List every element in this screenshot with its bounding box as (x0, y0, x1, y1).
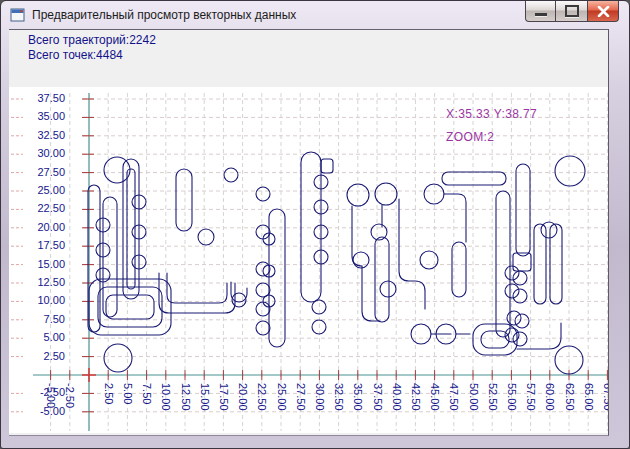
caption-buttons (525, 1, 619, 22)
y-axis-label: 27.50 (9, 167, 65, 178)
window-titlebar[interactable]: Предварительный просмотр векторных данны… (1, 1, 629, 29)
x-axis-label: 30.00 (314, 383, 325, 411)
trace-circle (505, 266, 519, 280)
close-icon (597, 6, 610, 17)
x-axis-label: 50.00 (468, 383, 479, 411)
x-axis-label: 25.00 (276, 383, 287, 411)
app-window: Предварительный просмотр векторных данны… (0, 0, 630, 449)
x-axis-label: 12.50 (180, 383, 191, 411)
trace-outline (269, 209, 285, 347)
window-title: Предварительный просмотр векторных данны… (32, 8, 296, 22)
maximize-icon (565, 5, 579, 17)
y-axis-label: 15.00 (9, 259, 65, 270)
zoom-level: ZOOM:2 (446, 130, 494, 144)
x-axis-label: 60.00 (544, 383, 555, 411)
trace-outline (301, 152, 321, 302)
x-axis-label: 40.00 (391, 383, 402, 411)
x-axis-label: 65.00 (583, 383, 594, 411)
trace-circle (411, 324, 431, 344)
x-axis-label: 55.00 (506, 383, 517, 411)
trajectory-count: Всего траекторий:2242 (28, 33, 156, 47)
trace-circle (256, 302, 270, 316)
trace-circle (104, 344, 132, 372)
vector-canvas[interactable] (9, 87, 608, 433)
x-axis-label: 2.50 (103, 383, 114, 404)
y-axis-label: 7.50 (9, 314, 65, 325)
x-axis-label: 35.00 (352, 383, 363, 411)
x-axis-label: 47.50 (448, 383, 459, 411)
x-axis-label: 17.50 (218, 383, 229, 411)
x-axis-label: -5.00 (45, 383, 56, 408)
trace-circle (198, 229, 214, 245)
x-axis-label: 20.00 (237, 383, 248, 411)
y-axis-label: 30.00 (9, 148, 65, 159)
trace-circle (420, 251, 438, 269)
trace-circle (224, 168, 238, 182)
point-count: Всего точек:4484 (28, 48, 123, 62)
trace-path (231, 282, 247, 302)
x-axis-label: 57.50 (525, 383, 536, 411)
x-axis-label: 10.00 (160, 383, 171, 411)
trace-circle (424, 184, 444, 204)
y-axis-label: 10.00 (9, 295, 65, 306)
cursor-coordinates: X:35.33 Y:38.77 (446, 107, 537, 121)
x-axis-label: 32.50 (333, 383, 344, 411)
maximize-button[interactable] (556, 1, 587, 22)
y-axis-label: 22.50 (9, 203, 65, 214)
trace-circle (256, 321, 270, 335)
trace-circle (256, 187, 270, 201)
x-axis-label: -2.50 (64, 383, 75, 408)
x-axis-label: 42.50 (410, 383, 421, 411)
y-axis-label: 12.50 (9, 277, 65, 288)
y-axis-label: 17.50 (9, 240, 65, 251)
y-axis-label: 20.00 (9, 222, 65, 233)
y-axis-label: 5.00 (9, 332, 65, 343)
trace-circle (555, 156, 585, 186)
trace-circle (515, 314, 529, 328)
trace-outline (98, 287, 162, 327)
x-axis-label: 67.50 (602, 383, 608, 411)
y-axis-label: 35.00 (9, 111, 65, 122)
trace-outline (176, 169, 192, 231)
trace-circle (507, 311, 521, 325)
y-axis-label: 32.50 (9, 130, 65, 141)
x-axis-label: 5.00 (122, 383, 133, 404)
trace-circle (375, 183, 397, 205)
x-axis-label: 45.00 (429, 383, 440, 411)
trace-outline (550, 224, 562, 304)
trace-path (352, 206, 380, 321)
client-area: Всего траекторий:2242 Всего точек:4484 X… (9, 29, 609, 436)
minimize-icon (535, 13, 547, 16)
trace-outline (442, 172, 506, 185)
plot-area[interactable]: X:35.33 Y:38.77 ZOOM:2 37.5035.0032.5030… (9, 87, 608, 433)
app-icon (10, 7, 26, 23)
trace-outline (321, 159, 333, 173)
trace-outline (127, 169, 135, 289)
x-axis-label: 52.50 (487, 383, 498, 411)
trace-path (399, 199, 425, 309)
x-axis-label: 62.50 (564, 383, 575, 411)
trace-path (167, 273, 227, 303)
y-axis-label: 25.00 (9, 185, 65, 196)
x-axis-label: 27.50 (295, 383, 306, 411)
x-axis-label: 15.00 (199, 383, 210, 411)
x-axis-label: 37.50 (372, 383, 383, 411)
x-axis-label: 22.50 (256, 383, 267, 411)
trace-path (444, 194, 466, 242)
trace-circle (505, 284, 519, 298)
y-axis-label: 2.50 (9, 351, 65, 362)
x-axis-label: 7.50 (141, 383, 152, 404)
trace-circle (513, 332, 527, 346)
trace-outline (516, 164, 530, 256)
close-button[interactable] (587, 1, 619, 22)
minimize-button[interactable] (525, 1, 556, 22)
y-axis-label: 37.50 (9, 93, 65, 104)
